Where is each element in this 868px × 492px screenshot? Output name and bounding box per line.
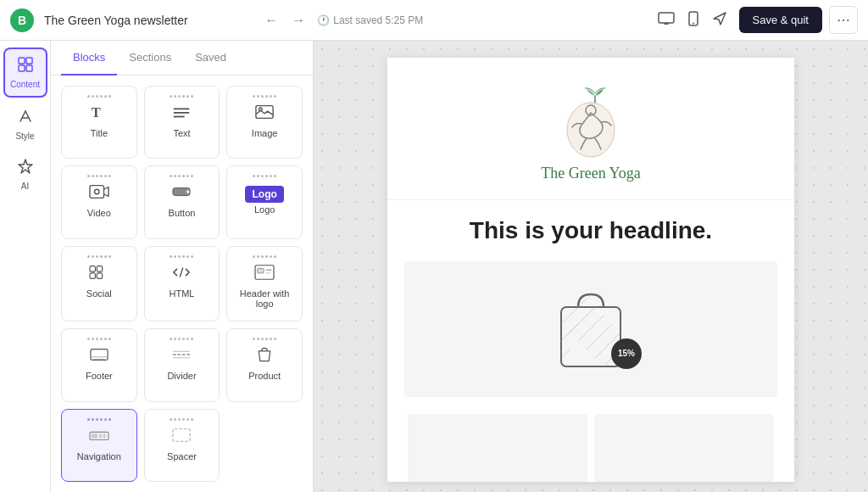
navigation-icon — [87, 426, 111, 448]
undo-redo-controls: ← → — [259, 9, 310, 31]
clock-icon: 🕐 — [317, 14, 330, 26]
block-header-logo-dots — [253, 255, 276, 258]
block-image[interactable]: Image — [226, 86, 303, 159]
block-button-dots — [170, 175, 193, 177]
sidebar-item-ai-label: AI — [21, 182, 29, 191]
svg-rect-37 — [103, 433, 105, 439]
block-spacer-label: Spacer — [167, 451, 197, 461]
block-video-dots — [87, 175, 111, 177]
video-icon — [87, 182, 111, 204]
blocks-grid: T Title Text — [51, 75, 313, 492]
spacer-icon — [170, 426, 193, 448]
block-logo-dots — [253, 175, 276, 177]
send-button[interactable] — [707, 6, 732, 35]
svg-rect-20 — [97, 266, 102, 271]
block-social[interactable]: Social — [61, 246, 137, 321]
block-video[interactable]: Video — [61, 165, 137, 238]
undo-button[interactable]: ← — [259, 9, 283, 31]
email-headline-section: This is your headline. — [387, 199, 794, 261]
divider-icon — [170, 345, 193, 367]
block-html-label: HTML — [170, 288, 195, 299]
block-divider-dots — [170, 338, 193, 340]
block-spacer[interactable]: Spacer — [144, 409, 220, 482]
block-text-label: Text — [173, 128, 190, 138]
redo-button[interactable]: → — [287, 9, 310, 31]
sidebar-item-style[interactable]: Style — [3, 101, 47, 148]
block-text[interactable]: Text — [144, 86, 220, 159]
svg-rect-22 — [97, 273, 102, 278]
button-icon — [170, 182, 193, 204]
more-options-button[interactable]: ⋯ — [829, 6, 858, 34]
content-icon — [17, 56, 34, 77]
block-image-label: Image — [252, 128, 278, 138]
email-canvas-area: The Green Yoga This is your headline. — [314, 41, 868, 492]
save-status: 🕐 Last saved 5:25 PM — [317, 14, 423, 26]
save-quit-button[interactable]: Save & quit — [739, 7, 823, 33]
svg-rect-21 — [90, 273, 95, 278]
svg-rect-16 — [90, 186, 104, 198]
topbar: B The Green Yoga newsletter ← → 🕐 Last s… — [0, 0, 868, 41]
html-icon — [170, 263, 193, 285]
block-title[interactable]: T Title — [61, 86, 137, 159]
logo-badge: Logo — [245, 186, 283, 203]
svg-rect-5 — [19, 58, 25, 64]
block-product-dots — [253, 338, 276, 340]
mobile-preview-button[interactable] — [683, 6, 704, 35]
bag-discount-badge: 15% — [611, 338, 642, 369]
sidebar-item-content-label: Content — [10, 80, 40, 89]
block-footer[interactable]: Footer — [61, 328, 137, 401]
block-header-logo-label: Header with logo — [232, 288, 297, 309]
left-sidebar: Content Style AI — [0, 41, 51, 492]
svg-rect-25 — [258, 268, 264, 273]
app-logo: B — [10, 8, 34, 32]
email-preview: The Green Yoga This is your headline. — [387, 58, 794, 482]
blocks-panel: Blocks Sections Saved T Title — [51, 41, 314, 492]
block-image-dots — [253, 95, 276, 98]
block-divider[interactable]: Divider — [144, 328, 220, 401]
svg-line-23 — [181, 267, 184, 277]
footer-icon — [87, 345, 111, 367]
yoga-illustration — [548, 83, 633, 159]
tab-blocks[interactable]: Blocks — [61, 41, 117, 75]
style-icon — [17, 108, 34, 129]
svg-rect-0 — [659, 13, 674, 23]
svg-rect-28 — [91, 349, 108, 361]
block-product[interactable]: Product — [226, 328, 303, 401]
block-social-dots — [87, 255, 111, 258]
svg-rect-8 — [26, 65, 32, 71]
block-footer-label: Footer — [86, 371, 113, 381]
block-html[interactable]: HTML — [144, 246, 220, 321]
blocks-tab-bar: Blocks Sections Saved — [51, 41, 313, 75]
block-button-label: Button — [169, 208, 196, 218]
block-social-label: Social — [86, 288, 112, 299]
svg-point-15 — [259, 108, 263, 111]
product-bag: 15% — [548, 282, 633, 377]
sidebar-item-content[interactable]: Content — [3, 48, 47, 98]
block-navigation-dots — [87, 418, 111, 421]
block-logo[interactable]: Logo Logo — [226, 165, 303, 238]
brand-name: The Green Yoga — [541, 165, 640, 182]
block-navigation[interactable]: Navigation — [61, 409, 137, 482]
svg-line-46 — [587, 324, 612, 349]
block-header-logo[interactable]: Header with logo — [226, 246, 303, 321]
tab-saved[interactable]: Saved — [183, 41, 238, 75]
logo-icon: Logo — [245, 182, 283, 201]
text-icon — [170, 103, 193, 125]
block-title-dots — [87, 95, 111, 98]
header-logo-icon — [253, 263, 276, 285]
device-preview-controls — [653, 6, 732, 35]
bottom-item-2 — [594, 414, 774, 482]
email-bottom-row — [404, 414, 777, 482]
image-icon — [253, 103, 276, 125]
block-button[interactable]: Button — [144, 165, 220, 238]
block-text-dots — [170, 95, 193, 98]
product-icon — [253, 345, 276, 367]
svg-rect-35 — [92, 433, 97, 439]
tab-sections[interactable]: Sections — [117, 41, 183, 75]
sidebar-item-style-label: Style — [15, 131, 34, 141]
block-product-label: Product — [248, 371, 281, 381]
main-layout: Content Style AI Blocks Sections — [0, 41, 868, 492]
block-html-dots — [170, 255, 193, 258]
sidebar-item-ai[interactable]: AI — [3, 151, 47, 198]
desktop-preview-button[interactable] — [653, 6, 680, 35]
